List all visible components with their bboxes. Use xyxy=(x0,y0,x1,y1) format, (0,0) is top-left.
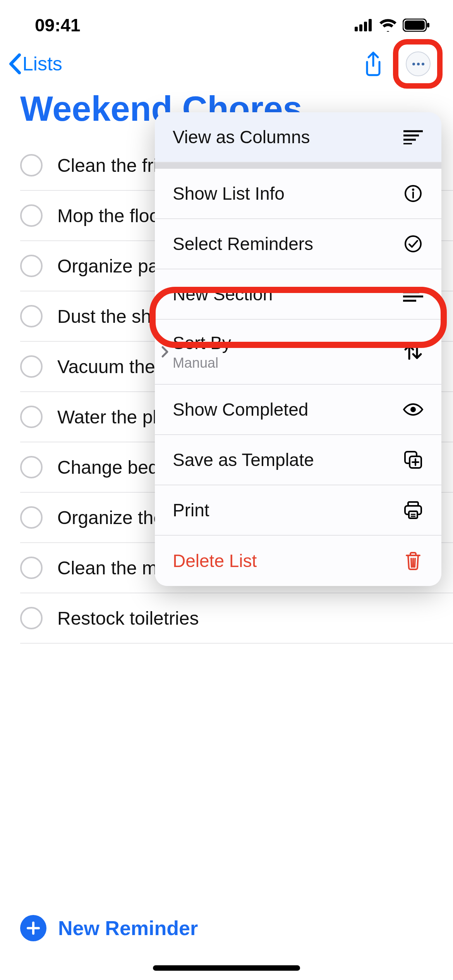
menu-show-completed[interactable]: Show Completed xyxy=(155,385,441,435)
svg-line-30 xyxy=(411,559,412,567)
menu-label: New Section xyxy=(173,284,273,305)
checkbox[interactable] xyxy=(20,506,43,529)
status-bar: 09:41 xyxy=(0,0,453,43)
menu-new-section[interactable]: New Section xyxy=(155,269,441,320)
status-time: 09:41 xyxy=(35,15,81,36)
sort-by-value: Manual xyxy=(173,355,231,371)
battery-icon xyxy=(403,19,430,32)
svg-rect-3 xyxy=(369,19,372,31)
menu-label: Show List Info xyxy=(173,183,285,204)
columns-icon xyxy=(403,130,424,144)
menu-label: Save as Template xyxy=(173,449,314,470)
checkbox[interactable] xyxy=(20,154,43,176)
checkbox[interactable] xyxy=(20,305,43,327)
menu-save-as-template[interactable]: Save as Template xyxy=(155,435,441,485)
back-button[interactable]: Lists xyxy=(8,53,62,75)
new-reminder-label: New Reminder xyxy=(58,917,198,940)
print-icon xyxy=(403,501,424,519)
checkbox[interactable] xyxy=(20,557,43,579)
menu-label: Delete List xyxy=(173,550,257,571)
menu-label: Show Completed xyxy=(173,399,308,420)
nav-bar: Lists xyxy=(0,43,453,85)
home-indicator[interactable] xyxy=(153,965,300,971)
wifi-icon xyxy=(379,19,397,32)
check-circle-icon xyxy=(403,235,424,253)
svg-rect-2 xyxy=(364,22,367,31)
trash-icon xyxy=(403,552,424,570)
svg-point-20 xyxy=(410,407,416,412)
checkbox[interactable] xyxy=(20,355,43,378)
menu-show-list-info[interactable]: Show List Info xyxy=(155,169,441,219)
checkbox[interactable] xyxy=(20,456,43,478)
section-icon xyxy=(403,286,424,302)
svg-rect-5 xyxy=(405,21,425,30)
context-menu: View as Columns Show List Info Select Re… xyxy=(155,112,441,586)
sort-icon xyxy=(403,343,424,360)
annotation-highlight-more xyxy=(393,39,443,89)
cellular-icon xyxy=(355,19,373,31)
new-reminder-button[interactable]: New Reminder xyxy=(0,915,453,941)
menu-label: Select Reminders xyxy=(173,233,313,254)
menu-select-reminders[interactable]: Select Reminders xyxy=(155,219,441,269)
svg-rect-6 xyxy=(427,23,429,27)
menu-label: Sort By xyxy=(173,332,231,353)
checkbox[interactable] xyxy=(20,255,43,277)
template-icon xyxy=(403,451,424,469)
menu-sort-by[interactable]: Sort By Manual xyxy=(155,320,441,385)
menu-print[interactable]: Print xyxy=(155,485,441,536)
menu-separator xyxy=(155,163,441,169)
info-icon xyxy=(403,185,424,202)
chevron-left-icon xyxy=(8,53,22,74)
svg-line-32 xyxy=(415,559,415,567)
eye-icon xyxy=(403,403,424,416)
share-button[interactable] xyxy=(363,51,383,77)
checkbox[interactable] xyxy=(20,607,43,629)
svg-point-14 xyxy=(405,236,421,252)
back-label: Lists xyxy=(22,53,62,75)
menu-label: View as Columns xyxy=(173,127,310,147)
checkbox[interactable] xyxy=(20,406,43,428)
menu-label: Print xyxy=(173,500,209,521)
svg-point-12 xyxy=(412,188,414,191)
share-icon xyxy=(363,51,383,77)
svg-rect-0 xyxy=(355,27,358,31)
svg-rect-1 xyxy=(359,24,362,31)
plus-circle-icon xyxy=(20,915,46,941)
status-icons xyxy=(355,19,430,32)
reminder-text: Restock toiletries xyxy=(57,608,199,629)
menu-delete-list[interactable]: Delete List xyxy=(155,536,441,586)
menu-view-as-columns[interactable]: View as Columns xyxy=(155,112,441,163)
chevron-right-icon xyxy=(161,346,169,358)
checkbox[interactable] xyxy=(20,204,43,227)
reminder-item[interactable]: Restock toiletries xyxy=(20,593,453,644)
